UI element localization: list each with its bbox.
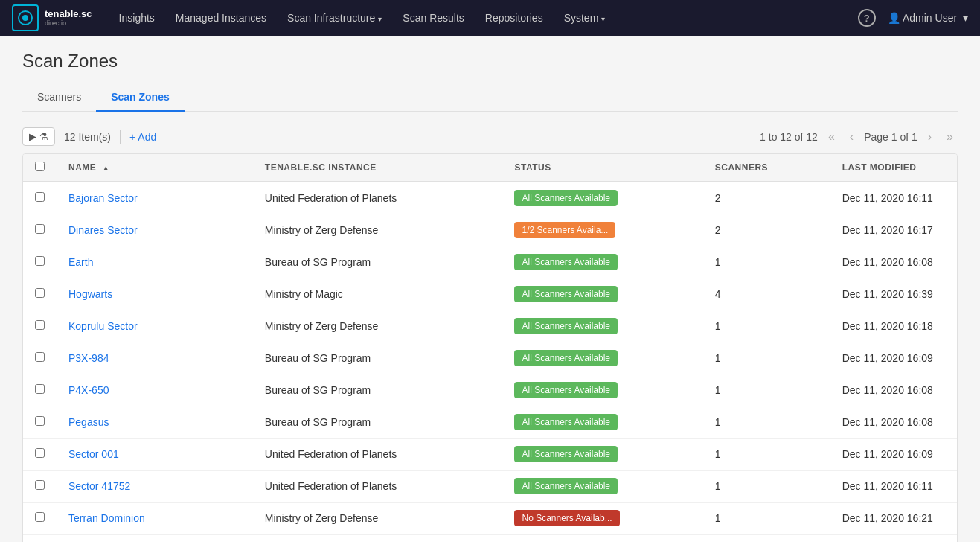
row-name-link[interactable]: P3X-984 <box>68 352 109 364</box>
row-name[interactable]: P3X-984 <box>57 342 253 374</box>
row-name[interactable]: Earth <box>57 246 253 278</box>
col-modified-label: LAST MODIFIED <box>842 162 917 173</box>
row-checkbox-cell[interactable] <box>23 310 57 342</box>
prev-page-button[interactable]: ‹ <box>845 129 858 145</box>
row-name-link[interactable]: Koprulu Sector <box>68 320 138 332</box>
add-button[interactable]: + Add <box>129 131 156 143</box>
row-name-link[interactable]: Terran Dominion <box>68 512 145 524</box>
status-badge: All Scanners Available <box>514 350 618 366</box>
nav-item-system[interactable]: System▾ <box>555 7 615 28</box>
row-checkbox[interactable] <box>35 416 45 426</box>
row-name[interactable]: Tursobis Sector <box>57 535 253 543</box>
row-name[interactable]: Hogwarts <box>57 278 253 310</box>
row-status: All Scanners Available <box>502 310 702 342</box>
filter-arrow-icon: ▶ <box>29 131 36 142</box>
row-scanners: 1 <box>703 439 830 471</box>
status-badge: All Scanners Available <box>514 254 618 270</box>
user-menu[interactable]: 👤 Admin User ▾ <box>888 12 968 24</box>
select-all-header[interactable] <box>23 154 57 182</box>
row-name[interactable]: Bajoran Sector <box>57 182 253 214</box>
row-checkbox-cell[interactable] <box>23 342 57 374</box>
first-page-button[interactable]: « <box>824 129 839 145</box>
row-checkbox[interactable] <box>35 512 45 522</box>
row-checkbox[interactable] <box>35 224 45 234</box>
table-row: Sector 41752 United Federation of Planet… <box>23 471 957 503</box>
item-count: 12 Item(s) <box>64 131 111 143</box>
help-button[interactable]: ? <box>858 9 876 27</box>
row-checkbox[interactable] <box>35 192 45 202</box>
row-checkbox-cell[interactable] <box>23 374 57 406</box>
row-name-link[interactable]: Hogwarts <box>68 288 112 300</box>
row-name[interactable]: Sector 41752 <box>57 471 253 503</box>
row-last-modified: Dec 11, 2020 16:21 <box>830 503 957 535</box>
row-name[interactable]: P4X-650 <box>57 374 253 406</box>
col-header-name[interactable]: NAME ▲ <box>57 154 253 182</box>
row-name[interactable]: Terran Dominion <box>57 503 253 535</box>
nav-right: ? 👤 Admin User ▾ <box>858 9 968 27</box>
scan-infrastructure-caret: ▾ <box>378 15 382 23</box>
row-status: All Scanners Available <box>502 471 702 503</box>
row-name-link[interactable]: Bajoran Sector <box>68 192 138 204</box>
row-checkbox[interactable] <box>35 352 45 362</box>
select-all-checkbox[interactable] <box>35 162 45 171</box>
row-scanners: 1 <box>703 374 830 406</box>
row-last-modified: Dec 11, 2020 16:09 <box>830 439 957 471</box>
brand[interactable]: tenable.sc directio <box>12 4 92 31</box>
row-scanners: 1 <box>703 310 830 342</box>
status-badge: All Scanners Available <box>514 382 618 398</box>
row-scanners: 1 <box>703 246 830 278</box>
nav-item-scan-infrastructure[interactable]: Scan Infrastructure▾ <box>278 7 391 28</box>
row-status: All Scanners Available <box>502 278 702 310</box>
row-name[interactable]: Sector 001 <box>57 439 253 471</box>
row-checkbox-cell[interactable] <box>23 182 57 214</box>
filter-button[interactable]: ▶ ⚗ <box>22 127 55 146</box>
row-checkbox-cell[interactable] <box>23 214 57 246</box>
row-checkbox-cell[interactable] <box>23 503 57 535</box>
row-checkbox[interactable] <box>35 320 45 330</box>
row-checkbox-cell[interactable] <box>23 246 57 278</box>
row-name-link[interactable]: Sector 001 <box>68 448 119 460</box>
row-name[interactable]: Dinares Sector <box>57 214 253 246</box>
row-name-link[interactable]: P4X-650 <box>68 384 109 396</box>
row-scanners: 1 <box>703 342 830 374</box>
row-checkbox[interactable] <box>35 256 45 266</box>
table-row: P3X-984 Bureau of SG Program All Scanner… <box>23 342 957 374</box>
row-name[interactable]: Koprulu Sector <box>57 310 253 342</box>
row-name[interactable]: Pegasus <box>57 406 253 439</box>
user-icon: 👤 <box>888 12 903 24</box>
row-checkbox[interactable] <box>35 384 45 394</box>
row-instance: Bureau of SG Program <box>253 342 503 374</box>
row-checkbox-cell[interactable] <box>23 471 57 503</box>
row-checkbox-cell[interactable] <box>23 535 57 543</box>
row-checkbox[interactable] <box>35 480 45 490</box>
row-name-link[interactable]: Sector 41752 <box>68 480 130 492</box>
tab-scan-zones[interactable]: Scan Zones <box>96 83 185 112</box>
row-checkbox[interactable] <box>35 288 45 298</box>
nav-item-insights[interactable]: Insights <box>110 7 164 28</box>
row-checkbox-cell[interactable] <box>23 406 57 439</box>
toolbar: ▶ ⚗ 12 Item(s) + Add 1 to 12 of 12 « ‹ P… <box>22 120 958 153</box>
nav-item-managed-instances[interactable]: Managed Instances <box>167 7 275 28</box>
row-instance: Ministry of Zerg Defense <box>253 310 503 342</box>
row-checkbox[interactable] <box>35 448 45 458</box>
last-page-button[interactable]: » <box>942 129 958 145</box>
next-page-button[interactable]: › <box>923 129 936 145</box>
row-checkbox-cell[interactable] <box>23 278 57 310</box>
col-header-status: STATUS <box>502 154 702 182</box>
row-instance: Ministry of Magic <box>253 278 503 310</box>
row-name-link[interactable]: Dinares Sector <box>68 224 138 236</box>
row-status: All Scanners Available <box>502 406 702 439</box>
table-header-row: NAME ▲ TENABLE.SC INSTANCE STATUS SCANNE… <box>23 154 957 182</box>
status-badge: All Scanners Available <box>514 478 618 494</box>
row-checkbox-cell[interactable] <box>23 439 57 471</box>
tab-scanners[interactable]: Scanners <box>22 83 96 112</box>
row-name-link[interactable]: Earth <box>68 256 93 268</box>
row-name-link[interactable]: Pegasus <box>68 416 109 428</box>
data-table: NAME ▲ TENABLE.SC INSTANCE STATUS SCANNE… <box>22 153 958 542</box>
row-last-modified: Dec 11, 2020 16:08 <box>830 406 957 439</box>
nav-item-scan-results[interactable]: Scan Results <box>394 7 473 28</box>
pagination-info: 1 to 12 of 12 <box>760 131 818 143</box>
nav-item-repositories[interactable]: Repositories <box>476 7 552 28</box>
col-header-modified: LAST MODIFIED <box>830 154 957 182</box>
row-instance: United Federation of Planets <box>253 471 503 503</box>
